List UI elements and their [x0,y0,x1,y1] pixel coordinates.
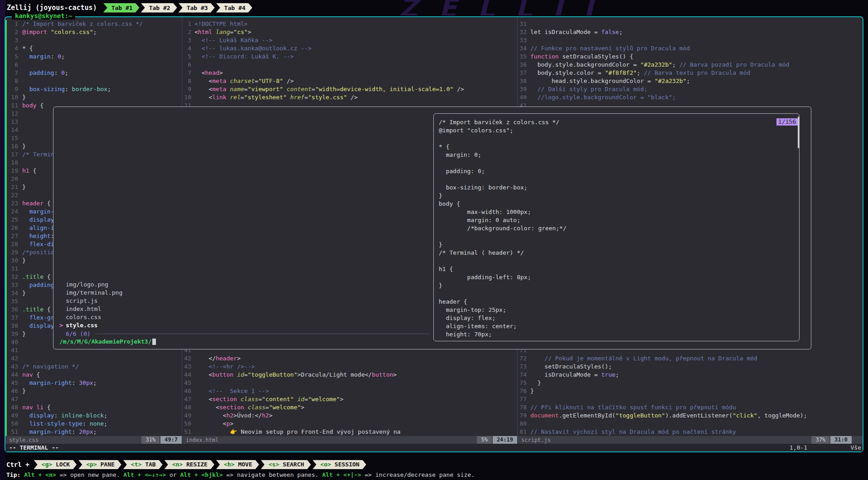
hint-key: <o> [320,461,331,468]
selection-caret-icon: > [59,321,66,330]
code-line: 78// Při kliknutí na tlačítko spusť funk… [518,403,863,412]
code-line: 81// Nastavit výchozí styl na Dracula mó… [518,428,863,436]
code-line: 50 <p> [182,420,517,428]
preview-line [439,159,799,167]
vim-scroll-indicator: Vše [851,444,861,451]
picker-counter-row: 6/6 (0) [59,330,430,338]
keybar-hint-move[interactable]: <h> MOVE [216,460,259,469]
code-line: 45 [182,379,517,387]
preview-line: h1 { [439,265,799,273]
code-line: 4* { [5,44,182,53]
picker-item-script-js[interactable]: script.js [59,297,430,305]
code-line: 2@import "colors.css"; [5,28,182,36]
picker-prompt[interactable]: /m/s/M/G/AkademieProjekt3/ [59,338,430,346]
code-line: 49 display: inline-block; [5,412,182,420]
git-added-gutter [5,20,7,436]
code-line: 80 [518,420,863,428]
picker-item-label: script.js [66,297,97,305]
hint-key: <t> [131,461,141,468]
vim-command-line: -- TERMINAL -- 1,0-1 Vše [5,444,863,451]
tab-tab-4[interactable]: Tab #4 [216,3,252,13]
marker-blank [59,305,66,313]
code-line: 36 body.style.backgroundColor = "#2a232b… [518,61,863,69]
zellij-keybind-bar: Ctrl + <g> LOCK<p> PANE<t> TAB<n> RESIZE… [0,459,368,470]
preview-scrollbar-thumb[interactable] [798,116,799,148]
keybar-hint-tab[interactable]: <t> TAB [123,460,163,469]
preview-line: display: flex; [439,314,799,322]
keybar-hint-lock[interactable]: <g> LOCK [34,460,77,469]
code-line: 44nav { [5,371,182,379]
tip-segment: Alt + <n> [24,471,56,478]
preview-line [439,175,799,184]
code-line: 7 <head> [182,69,517,77]
preview-line: align-items: center; [439,322,799,330]
tip-segment: => increase/decrease pane size. [361,471,475,478]
code-line: 42 </header> [182,354,517,363]
file-picker-float[interactable]: img/logo.png img/terminal.png script.js … [53,107,811,349]
pane-title: kankys@skynet:~ [12,12,75,19]
marker-blank [59,281,66,289]
tip-segment: Alt + <←↓↑→> [123,471,166,478]
preview-line: margin: 0 auto; [439,216,799,224]
preview-line: margin: 0; [439,151,799,159]
code-line: 3 <!-- Lukáš Kaňka --> [182,36,517,44]
statusline-style-css: style.css 31% 49:7 [5,436,182,444]
code-line: 4 <!-- lukas.kanka@outlook.cz --> [182,44,517,53]
code-line: 50 list-style-type: none; [5,420,182,428]
code-line: 51 margin-right: 20px; [5,428,182,436]
picker-item-label: index.html [66,305,101,313]
keybar-hint-resize[interactable]: <n> RESIZE [165,460,214,469]
picker-item-style-css[interactable]: >style.css [59,321,430,330]
prompt-path: /m/s/M/G/AkademieProjekt3/ [59,338,152,346]
preview-line: box-sizing: border-box; [439,184,799,192]
preview-line: /* Terminal ( header) */ [439,249,799,257]
code-line: 47 [5,395,182,403]
code-line: 79document.getElementById("toggleButton"… [518,412,863,420]
hint-key: <n> [172,461,183,468]
preview-position-badge: 1/156 [776,118,798,126]
tab-tab-2[interactable]: Tab #2 [141,3,177,13]
zellij-tip-line: Tip: Alt + <n> => open new pane. Alt + <… [6,471,475,479]
preview-line: padding: 0; [439,167,799,175]
code-line: 3 [5,36,182,44]
picker-item-label: img/terminal.png [66,289,122,297]
status-scroll-percent: 31% [141,436,160,444]
picker-item-img-terminal-png[interactable]: img/terminal.png [59,289,430,297]
keybar-hint-pane[interactable]: <p> PANE [78,460,121,469]
picker-item-index-html[interactable]: index.html [59,305,430,313]
tip-segment: => open new pane. [56,471,124,478]
keybar-hint-session[interactable]: <o> SESSION [313,460,366,469]
vim-mode-indicator: -- TERMINAL -- [5,444,59,451]
code-line: 35function setDraculaStyles() { [518,53,863,61]
code-line: 48 <section class="welcome"> [182,403,517,412]
status-cursor-position: 24:19 [493,436,517,444]
code-line: 42 [5,354,182,363]
block-cursor [152,339,156,345]
code-line: 7 padding: 0; [5,69,182,77]
hint-key: <s> [269,461,279,468]
tab-tab-3[interactable]: Tab #3 [179,3,215,13]
code-line: 51 👉 Neovim setup pro Front-End vývoj po… [182,428,517,436]
picker-item-img-logo-png[interactable]: img/logo.png [59,281,430,289]
picker-results: img/logo.png img/terminal.png script.js … [59,281,430,346]
picker-item-label: colors.css [66,313,101,321]
tab-tab-1[interactable]: Tab #1 [103,3,140,13]
tip-segment: Tip: [6,471,24,478]
preview-line: padding-left: 8px; [439,273,799,281]
code-line: 47 <section class="content" id="welcome"… [182,395,517,403]
keybar-hint-search[interactable]: <s> SEARCH [261,460,311,469]
vim-ruler: 1,0-1 [790,444,807,451]
code-line: 76} [518,387,863,395]
code-line: 6 [5,61,182,69]
code-line: 43 <!--<hr />--> [182,363,517,371]
picker-item-colors-css[interactable]: colors.css [59,313,430,321]
picker-item-label: style.css [66,321,97,330]
code-line: 8 <meta charset="UTF-8" /> [182,77,517,85]
keybind-hints: <g> LOCK<p> PANE<t> TAB<n> RESIZE<h> MOV… [34,460,368,469]
tip-segment: Alt + <+|-> [322,471,361,478]
picker-item-list: img/logo.png img/terminal.png script.js … [59,281,430,330]
code-line: 32let isDraculaMode = false; [518,28,863,36]
preview-content: /* Import barviček z colors.css */@impor… [434,114,799,339]
code-line: 6 [182,61,517,69]
tip-segment: => navigate between panes. [223,471,322,478]
